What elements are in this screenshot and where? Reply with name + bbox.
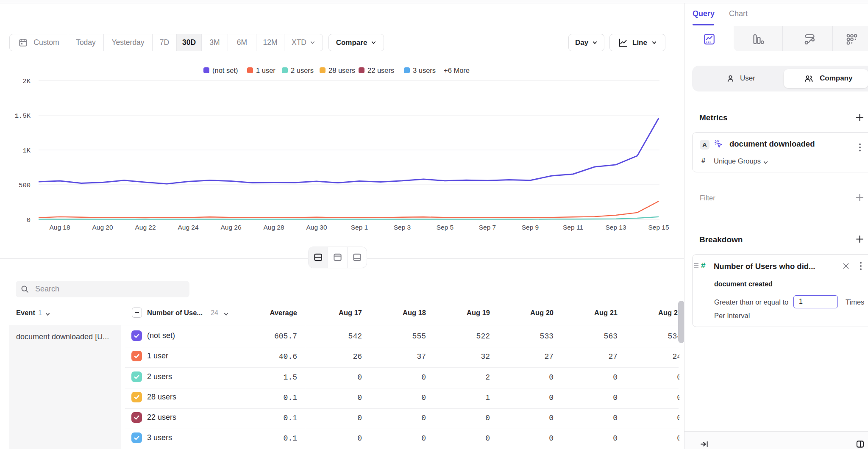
- svg-text:Aug 20: Aug 20: [92, 224, 113, 231]
- svg-text:1K: 1K: [22, 147, 31, 155]
- svg-text:Sep 7: Sep 7: [479, 224, 496, 231]
- svg-text:Aug 22: Aug 22: [135, 224, 156, 231]
- svg-text:Sep 3: Sep 3: [394, 224, 411, 231]
- svg-text:Aug 28: Aug 28: [263, 224, 284, 231]
- svg-text:Sep 5: Sep 5: [437, 224, 454, 231]
- svg-text:Sep 11: Sep 11: [563, 224, 583, 231]
- svg-text:Sep 13: Sep 13: [605, 224, 626, 231]
- svg-text:Aug 30: Aug 30: [306, 224, 327, 231]
- svg-text:2K: 2K: [22, 78, 31, 85]
- svg-text:Aug 24: Aug 24: [178, 224, 199, 231]
- svg-text:Sep 9: Sep 9: [522, 224, 539, 231]
- svg-text:500: 500: [19, 182, 31, 189]
- svg-text:Aug 26: Aug 26: [220, 224, 241, 231]
- svg-text:Sep 1: Sep 1: [351, 224, 368, 231]
- svg-text:1.5K: 1.5K: [15, 112, 31, 120]
- svg-text:Aug 18: Aug 18: [49, 224, 70, 231]
- svg-text:0: 0: [27, 216, 31, 224]
- svg-text:Sep 15: Sep 15: [648, 224, 669, 231]
